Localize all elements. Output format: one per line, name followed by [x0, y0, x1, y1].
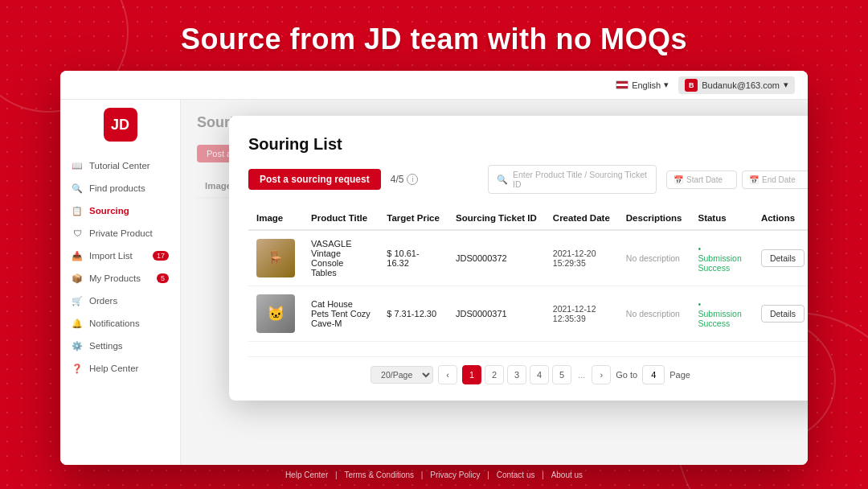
user-menu[interactable]: B Budanuk@163.com ▾ — [678, 76, 795, 94]
sidebar-item-notifications[interactable]: 🔔 Notifications — [60, 312, 180, 335]
user-chevron-icon: ▾ — [784, 80, 788, 90]
sidebar-item-my-products[interactable]: 📦 My Products 5 — [60, 267, 180, 290]
sidebar-label-sourcing: Sourcing — [89, 206, 129, 216]
modal-title: Souring List — [248, 135, 808, 154]
page-number-4[interactable]: 4 — [530, 365, 549, 384]
sidebar-item-sourcing[interactable]: 📋 Sourcing — [60, 199, 180, 222]
cell-desc: No description — [618, 286, 690, 342]
created-date: 2021-12-12 — [553, 304, 610, 314]
cell-date: 2021-12-20 15:29:35 — [545, 230, 618, 286]
start-date-field[interactable]: 📅 Start Date — [666, 171, 737, 189]
post-sourcing-button[interactable]: Post a sourcing request — [248, 169, 381, 190]
cell-price: $ 7.31-12.30 — [379, 286, 448, 342]
table-row: 🪑 VASAGLE Vintage Console Tables $ 10.61… — [248, 230, 808, 286]
end-date-placeholder: End Date — [762, 175, 796, 184]
hero-title: Source from JD team with no MOQs — [0, 23, 868, 56]
lang-chevron-icon: ▾ — [664, 80, 669, 90]
sidebar-icon-help-center: ❓ — [72, 363, 83, 374]
status-label: • Submission Success — [698, 299, 741, 328]
count-label: 4/5 — [391, 174, 404, 185]
ticket-id: JDS0000372 — [456, 253, 507, 263]
col-created-date: Created Date — [545, 207, 618, 230]
target-price: $ 10.61-16.32 — [387, 249, 419, 268]
col-status: Status — [690, 207, 752, 230]
main-layout: JD 📖 Tutorial Center 🔍 Find products 📋 S… — [60, 100, 808, 465]
footer-link-help-center[interactable]: Help Center — [285, 471, 328, 479]
created-time: 15:29:35 — [553, 258, 610, 268]
sidebar-icon-tutorial: 📖 — [72, 160, 83, 171]
sidebar-icon-settings: ⚙️ — [72, 340, 83, 351]
page-number-2[interactable]: 2 — [485, 365, 504, 384]
user-label: Budanuk@163.com — [702, 80, 780, 90]
cell-action: Details — [753, 230, 808, 286]
product-title: Cat House Pets Tent Cozy Cave-M — [311, 299, 371, 328]
modal-toolbar: Post a sourcing request 4/5 i 🔍 Enter Pr… — [248, 165, 808, 194]
page-label: Page — [669, 370, 690, 380]
sidebar-icon-import-list: 📥 — [72, 250, 83, 261]
user-avatar: B — [685, 79, 698, 92]
sidebar-label-tutorial: Tutorial Center — [89, 161, 150, 171]
footer-link-terms-&-conditions[interactable]: Terms & Conditions — [344, 471, 414, 479]
end-date-field[interactable]: 📅 End Date — [742, 171, 808, 189]
cell-ticket: JDS0000372 — [448, 230, 545, 286]
footer-link-about-us[interactable]: About us — [551, 471, 583, 479]
date-range: 📅 Start Date 📅 End Date — [666, 171, 808, 189]
sidebar-label-my-products: My Products — [89, 273, 141, 283]
sidebar-item-orders[interactable]: 🛒 Orders — [60, 290, 180, 312]
sidebar-icon-my-products: 📦 — [72, 273, 83, 284]
cell-title: Cat House Pets Tent Cozy Cave-M — [303, 286, 379, 342]
info-icon[interactable]: i — [407, 174, 418, 185]
page-number-5[interactable]: 5 — [552, 365, 571, 384]
product-image-furniture: 🪑 — [256, 239, 295, 277]
ticket-id: JDS0000371 — [456, 309, 507, 318]
cal-start-icon: 📅 — [674, 175, 683, 184]
sidebar-item-import-list[interactable]: 📥 Import List 17 — [60, 244, 180, 267]
col-sourcing-ticket-id: Sourcing Ticket ID — [448, 207, 545, 230]
sidebar-item-find-products[interactable]: 🔍 Find products — [60, 177, 180, 199]
goto-input[interactable] — [642, 365, 665, 384]
page-size-select[interactable]: 20/Page 50/Page — [371, 366, 433, 384]
sidebar-item-help-center[interactable]: ❓ Help Center — [60, 357, 180, 380]
search-icon: 🔍 — [497, 175, 508, 185]
search-box[interactable]: 🔍 Enter Product Title / Sourcing Ticket … — [488, 165, 657, 194]
goto-label: Go to — [616, 370, 637, 380]
sidebar-icon-orders: 🛒 — [72, 295, 83, 306]
next-page-button[interactable]: › — [592, 365, 611, 384]
page-number-3[interactable]: 3 — [507, 365, 526, 384]
language-label: English — [632, 80, 661, 90]
sidebar-label-import-list: Import List — [89, 251, 133, 261]
sidebar-item-tutorial[interactable]: 📖 Tutorial Center — [60, 154, 180, 177]
details-button[interactable]: Details — [761, 249, 805, 267]
start-date-placeholder: Start Date — [686, 175, 723, 184]
topbar: English ▾ B Budanuk@163.com ▾ — [60, 71, 808, 100]
table-row: 🐱 Cat House Pets Tent Cozy Cave-M $ 7.31… — [248, 286, 808, 342]
cell-price: $ 10.61-16.32 — [379, 230, 448, 286]
cell-status: • Submission Success — [690, 286, 752, 342]
sidebar-item-private-product[interactable]: 🛡 Private Product — [60, 222, 180, 244]
cell-image: 🐱 — [248, 286, 303, 342]
page-number-1[interactable]: 1 — [462, 365, 481, 384]
sidebar-icon-find-products: 🔍 — [72, 183, 83, 194]
col-image: Image — [248, 207, 303, 230]
prev-page-button[interactable]: ‹ — [438, 365, 457, 384]
details-button[interactable]: Details — [761, 305, 805, 323]
sidebar-item-settings[interactable]: ⚙️ Settings — [60, 335, 180, 357]
language-selector[interactable]: English ▾ — [616, 80, 669, 90]
sidebar-icon-private-product: 🛡 — [72, 228, 83, 239]
cal-end-icon: 📅 — [749, 175, 759, 184]
product-img-container: 🐱 — [256, 294, 295, 333]
browser-card: English ▾ B Budanuk@163.com ▾ JD 📖 Tutor… — [60, 71, 808, 465]
footer-link-contact-us[interactable]: Contact us — [497, 471, 535, 479]
sidebar-label-help-center: Help Center — [89, 364, 138, 373]
sidebar-logo: JD — [104, 108, 137, 142]
footer-link-privacy-policy[interactable]: Privacy Policy — [430, 471, 480, 479]
pagination-dots: ... — [576, 370, 587, 380]
pagination: 20/Page 50/Page ‹ 12345 ... › Go to Page — [248, 356, 808, 384]
data-table: ImageProduct TitleTarget PriceSourcing T… — [248, 207, 808, 342]
count-badge: 4/5 i — [391, 174, 419, 185]
sidebar-label-notifications: Notifications — [89, 318, 140, 328]
badge-my-products: 5 — [157, 273, 169, 283]
product-img-container: 🪑 — [256, 239, 295, 277]
sidebar-label-private-product: Private Product — [89, 228, 153, 238]
cell-ticket: JDS0000371 — [448, 286, 545, 342]
